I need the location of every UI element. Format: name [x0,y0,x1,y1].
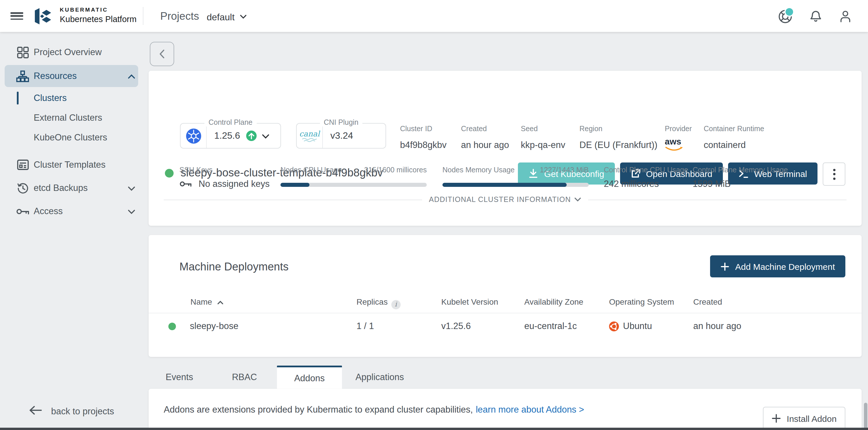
addons-learn-more-link[interactable]: learn more about Addons > [476,404,584,415]
md-status-dot [168,313,176,339]
arrow-left-icon [29,406,42,417]
chevron-down-icon [128,206,135,217]
plus-icon [720,262,729,271]
cp-memory-label: Control Plane Memory Usage [693,166,788,174]
table-row[interactable]: sleepy-bose 1 / 1 v1.25.6 eu-central-1c … [149,313,862,339]
sidebar-item-project-overview[interactable]: Project Overview [0,41,145,64]
ubuntu-icon [609,321,619,331]
sidebar-item-label: Resources [34,71,76,81]
created-value: an hour ago [461,140,509,150]
back-to-projects-link[interactable]: back to projects [0,400,145,423]
column-header-replicas[interactable]: Replicasi [356,297,400,309]
sidebar-item-label: etcd Backups [34,183,88,193]
created-stat: Created an hour ago [461,125,509,150]
machine-deployments-card: Machine Deployments Add Machine Deployme… [149,235,862,357]
kubermatic-logo-icon [34,7,54,25]
cp-cpu-label: Control Plane CPU Usage [604,166,688,174]
region-value: DE (EU (Frankfurt)) [580,140,657,150]
addons-card: Addons are extensions provided by Kuberm… [149,389,862,430]
chevron-down-icon [240,0,247,32]
grid-icon [16,46,30,58]
sidebar-item-etcd-backups[interactable]: etcd Backups [0,176,145,200]
aws-logo: aws [665,136,692,152]
chevron-down-icon[interactable] [262,131,270,141]
sidebar-item-cluster-templates[interactable]: Cluster Templates [0,153,145,176]
project-selector-value: default [207,12,235,22]
sidebar-item-resources[interactable]: Resources [0,64,145,88]
back-button[interactable] [150,42,174,66]
control-plane-label: Control Plane [205,119,257,127]
tab-events[interactable]: Events [147,366,212,389]
upgrade-available-icon[interactable] [246,131,257,141]
sidebar-item-access[interactable]: Access [0,200,145,223]
cp-cpu-value: 242 millicores [604,179,659,189]
sidebar-item-kubeone-clusters[interactable]: KubeOne Clusters [0,126,145,149]
md-name: sleepy-bose [190,313,238,339]
md-replicas: 1 / 1 [356,313,374,339]
sidebar-item-label: KubeOne Clusters [34,132,107,143]
runtime-value: containerd [704,140,764,150]
back-to-projects-label: back to projects [51,406,114,417]
header-divider [143,7,144,25]
additional-cluster-information-toggle[interactable]: ADDITIONAL CLUSTER INFORMATION [164,196,846,204]
sidebar-item-label: Project Overview [34,47,102,58]
region-stat: Region DE (EU (Frankfurt)) [580,125,657,150]
scrollbar-thumb[interactable] [864,403,867,430]
key-icon [16,207,30,215]
cluster-details-card: sleepy-bose-cluster-template-b4f9b8gkbv … [149,71,862,226]
brand-line1: KUBERMATIC [60,7,136,12]
tab-applications[interactable]: Applications [342,366,417,389]
cni-plugin-label: CNI Plugin [320,119,363,127]
plus-icon [772,414,781,423]
control-plane-version: 1.25.6 [214,131,240,141]
chevron-down-icon [574,197,581,202]
sidebar-item-label: External Clusters [34,112,102,123]
md-operating-system: Ubuntu [609,313,652,339]
nodes-memory-value: 1227/1443 MiB [442,166,589,174]
provider-stat: Provider aws [665,125,692,152]
tab-rbac[interactable]: RBAC [212,366,277,389]
sidebar-item-label: Access [34,206,63,217]
info-icon: i [391,300,400,309]
cluster-id-value: b4f9b8gkbv [400,140,446,150]
nodes-memory-progressbar [442,183,589,187]
brand-text: KUBERMATIC Kubernetes Platform [60,7,136,23]
kubernetes-icon [181,124,207,148]
window-bottom-edge [0,428,868,430]
user-menu-button[interactable] [834,5,857,28]
more-options-button[interactable] [823,163,845,186]
install-addon-button[interactable]: Install Addon [763,407,845,430]
column-header-zone: Availability Zone [524,297,583,306]
md-kubelet-version: v1.25.6 [441,313,471,339]
md-created: an hour ago [693,313,741,339]
cp-memory-value: 1599 MiB [693,179,731,189]
add-machine-deployment-button[interactable]: Add Machine Deployment [710,255,845,277]
notification-badge [784,7,794,17]
history-icon [16,182,30,194]
app-root: KUBERMATIC Kubernetes Platform Projects … [0,0,868,430]
seed-stat: Seed kkp-qa-env [521,125,565,150]
nodes-cpu-value: 315/1600 millicores [280,166,427,174]
chevron-up-icon [128,71,135,81]
help-button[interactable] [773,5,797,28]
menu-icon[interactable] [10,12,23,20]
section-title: Projects [160,0,199,32]
chevron-down-icon [128,183,135,193]
ssh-keys-label: SSH Keys [179,166,213,174]
tab-addons[interactable]: Addons [277,366,342,389]
control-plane-box: Control Plane 1.25.6 [180,123,281,148]
card-list-icon [16,159,30,171]
column-header-name[interactable]: Name [190,297,224,306]
column-header-os: Operating System [609,297,674,306]
container-runtime-stat: Container Runtime containerd [704,125,764,150]
cluster-status-dot [165,169,174,177]
cni-plugin-box: CNI Plugin canal v3.24 [296,123,386,148]
top-header: KUBERMATIC Kubernetes Platform Projects … [0,0,868,32]
sort-asc-icon [217,301,224,305]
nodes-cpu-progressbar [280,183,427,187]
project-selector[interactable]: default [207,0,247,32]
seed-value: kkp-qa-env [521,140,565,150]
notifications-button[interactable] [804,5,827,28]
sidebar-item-label: Cluster Templates [34,160,106,170]
key-icon [179,180,192,188]
